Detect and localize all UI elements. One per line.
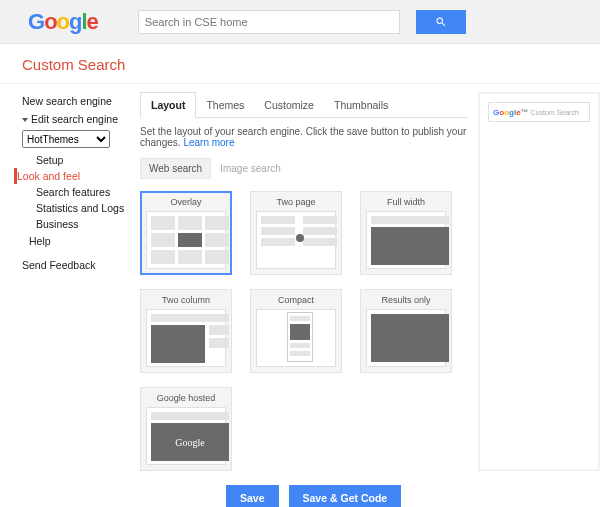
layout-overlay[interactable]: Overlay (140, 191, 232, 275)
layout-overlay-thumb (146, 211, 226, 269)
preview-panel: Google™ Custom Search (478, 92, 600, 471)
sidebar-item-search-features[interactable]: Search features (36, 184, 134, 200)
layout-results-only-thumb (366, 309, 446, 367)
tab-thumbnails[interactable]: Thumbnails (324, 93, 398, 117)
layout-google-hosted-thumb: Google (146, 407, 226, 465)
main-panel: Layout Themes Customize Thumbnails Set t… (140, 92, 468, 471)
engine-select[interactable]: HotThemes (22, 130, 110, 148)
layout-compact-thumb (256, 309, 336, 367)
header-search (138, 10, 466, 34)
tab-themes[interactable]: Themes (196, 93, 254, 117)
preview-placeholder: Custom Search (531, 109, 579, 116)
sidebar-edit-label: Edit search engine (31, 113, 118, 125)
sidebar-item-look-feel[interactable]: Look and feel (14, 168, 134, 184)
content: New search engine Edit search engine Hot… (0, 84, 600, 471)
product-title: Custom Search (0, 44, 600, 84)
layout-full-width-title: Full width (366, 197, 446, 207)
preview-google-logo: Google™ (493, 108, 529, 117)
search-icon (435, 16, 447, 28)
layout-full-width[interactable]: Full width (360, 191, 452, 275)
preview-search-box[interactable]: Google™ Custom Search (488, 102, 590, 122)
save-button[interactable]: Save (226, 485, 279, 507)
sidebar-new-engine[interactable]: New search engine (22, 92, 134, 110)
layout-compact[interactable]: Compact (250, 289, 342, 373)
subtabs: Web search Image search (140, 158, 468, 179)
layout-google-hosted-title: Google hosted (146, 393, 226, 403)
sidebar-sublist: Setup Look and feel Search features Stat… (22, 152, 134, 232)
layout-results-only[interactable]: Results only (360, 289, 452, 373)
tabs: Layout Themes Customize Thumbnails (140, 92, 468, 118)
sidebar-feedback[interactable]: Send Feedback (22, 256, 134, 274)
footer-buttons: Save Save & Get Code (0, 471, 600, 507)
layout-full-width-thumb (366, 211, 446, 269)
sidebar: New search engine Edit search engine Hot… (22, 92, 134, 471)
subtab-web[interactable]: Web search (140, 158, 211, 179)
layout-google-hosted[interactable]: Google hosted Google (140, 387, 232, 471)
learn-more-link[interactable]: Learn more (183, 137, 234, 148)
search-input[interactable] (138, 10, 400, 34)
search-button[interactable] (416, 10, 466, 34)
sidebar-item-setup[interactable]: Setup (36, 152, 134, 168)
layout-results-only-title: Results only (366, 295, 446, 305)
sidebar-edit-engine[interactable]: Edit search engine (22, 110, 134, 128)
layout-two-column-title: Two column (146, 295, 226, 305)
layout-compact-title: Compact (256, 295, 336, 305)
layout-two-page-title: Two page (256, 197, 336, 207)
subtab-image[interactable]: Image search (211, 158, 290, 179)
top-bar: Google (0, 0, 600, 44)
save-get-code-button[interactable]: Save & Get Code (289, 485, 402, 507)
layout-overlay-title: Overlay (146, 197, 226, 207)
layout-two-page-thumb (256, 211, 336, 269)
tab-customize[interactable]: Customize (254, 93, 324, 117)
layout-grid: Overlay Two page (140, 191, 468, 471)
sidebar-help[interactable]: Help (22, 232, 134, 250)
layout-description: Set the layout of your search engine. Cl… (140, 118, 468, 158)
layout-two-column[interactable]: Two column (140, 289, 232, 373)
tab-layout[interactable]: Layout (140, 92, 196, 118)
sidebar-help-label: Help (29, 235, 51, 247)
sidebar-item-business[interactable]: Business (36, 216, 134, 232)
google-logo: Google (28, 9, 98, 35)
sidebar-item-stats-logs[interactable]: Statistics and Logs (36, 200, 134, 216)
layout-two-column-thumb (146, 309, 226, 367)
chevron-down-icon (22, 118, 28, 122)
layout-two-page[interactable]: Two page (250, 191, 342, 275)
